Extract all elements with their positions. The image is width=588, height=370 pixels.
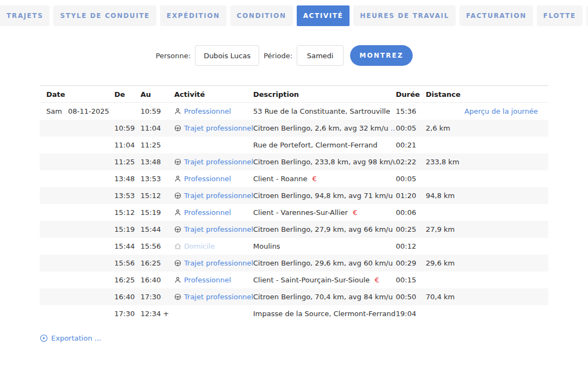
activity-link[interactable]: Professionnel <box>184 208 231 217</box>
activity-link[interactable]: Professionnel <box>184 107 231 115</box>
description-text: Citroen Berlingo, 27,9 km, avg 66 km/u <box>253 225 393 233</box>
cell-from: 16:40 <box>114 293 140 301</box>
cell-from: 15:56 <box>114 259 140 267</box>
cell-day: Sam <box>46 107 68 115</box>
export-label: Exportation ... <box>51 334 101 342</box>
cell-from: 13:53 <box>114 192 140 200</box>
header-date: Date <box>46 90 114 98</box>
euro-badge: € <box>313 175 317 183</box>
activity-link[interactable]: Domicile <box>184 242 215 250</box>
tab-facturation[interactable]: FACTURATION <box>460 5 533 26</box>
cell-duration: 00:15 <box>396 276 426 284</box>
cell-distance: 233,8 km <box>426 158 464 166</box>
show-button[interactable]: MONTREZ <box>350 45 413 66</box>
cell-to: 11:25 <box>140 141 174 149</box>
cell-description: 53 Rue de la Constituante, Sartrouville <box>253 107 396 115</box>
description-more-link[interactable]: ... <box>390 124 396 132</box>
activity-link[interactable]: Trajet professionnel <box>184 225 253 233</box>
header-activity: Activité <box>174 90 253 98</box>
steering-wheel-icon <box>174 260 181 267</box>
table-row: 11:04 11:25 Rue de Portefort, Clermont-F… <box>40 137 548 153</box>
cell-activity: Trajet professionnel <box>174 225 253 233</box>
activity-link[interactable]: Trajet professionnel <box>184 293 253 301</box>
activity-link[interactable]: Trajet professionnel <box>184 259 253 267</box>
description-text: Client - Saint-Pourçain-Sur-Sioule <box>253 276 370 284</box>
cell-duration: 00:21 <box>396 141 426 149</box>
activity-link[interactable]: Trajet professionnel <box>184 124 253 132</box>
cell-to: 13:53 <box>140 175 174 183</box>
activity-link[interactable]: Professionnel <box>184 175 231 183</box>
cell-to: 15:44 <box>140 225 174 233</box>
steering-wheel-icon <box>174 158 181 165</box>
period-label: Période: <box>264 52 292 60</box>
cell-description: Citroen Berlingo, 27,9 km, avg 66 km/u .… <box>253 225 396 233</box>
cell-description: Citroen Berlingo, 94,8 km, avg 71 km/u .… <box>253 192 396 200</box>
description-text: Rue de Portefort, Clermont-Ferrand <box>253 141 377 149</box>
cell-from: 11:04 <box>114 141 140 149</box>
euro-badge: € <box>375 276 379 284</box>
cell-duration: 00:05 <box>396 175 426 183</box>
cell-duration: 01:20 <box>396 192 426 200</box>
cell-activity: Trajet professionnel <box>174 259 253 267</box>
description-text: Client - Varennes-Sur-Allier <box>253 208 348 217</box>
person-icon <box>174 108 181 115</box>
description-text: Citroen Berlingo, 94,8 km, avg 71 km/u <box>253 192 393 200</box>
cell-activity: Trajet professionnel <box>174 124 253 132</box>
steering-wheel-icon <box>174 192 181 199</box>
period-select[interactable]: Samedi <box>297 45 344 66</box>
tab-expedition[interactable]: EXPÉDITION <box>160 5 226 26</box>
cell-duration: 00:25 <box>396 225 426 233</box>
cell-duration: 15:36 <box>396 107 426 115</box>
cell-distance: 29,6 km <box>426 259 464 267</box>
cell-from: 17:30 <box>114 310 140 318</box>
cell-from: 15:12 <box>114 208 140 217</box>
cell-from: 15:19 <box>114 225 140 233</box>
header-to: Au <box>140 90 174 98</box>
export-link[interactable]: Exportation ... <box>40 334 101 342</box>
person-select[interactable]: Dubois Lucas <box>195 45 259 66</box>
tab-condition[interactable]: CONDITION <box>230 5 293 26</box>
table-row: 15:12 15:19 Professionnel Client - Varen… <box>40 204 548 221</box>
description-text: Citroen Berlingo, 29,6 km, avg 60 km/u <box>253 259 393 267</box>
tab-trajets[interactable]: TRAJETS <box>0 5 50 26</box>
person-icon <box>174 209 181 216</box>
tab-flotte[interactable]: FLOTTE <box>537 5 583 26</box>
cell-to: 15:19 <box>140 208 174 217</box>
person-icon <box>174 276 181 283</box>
table-header: Date De Au Activité Description Durée Di… <box>40 86 548 103</box>
tab-style-de-conduite[interactable]: STYLE DE CONDUITE <box>53 5 156 26</box>
activity-link[interactable]: Trajet professionnel <box>184 158 253 166</box>
cell-description: Citroen Berlingo, 2,6 km, avg 32 km/u ..… <box>253 124 396 132</box>
table-row: Sam 08-11-2025 10:59 Professionnel 53 Ru… <box>40 103 548 120</box>
cell-activity: Professionnel <box>174 208 253 217</box>
activity-link[interactable]: Professionnel <box>184 276 231 284</box>
cell-activity: Domicile <box>174 242 253 250</box>
cell-to: 17:30 <box>140 293 174 301</box>
person-icon <box>174 175 181 182</box>
description-text: Impasse de la Source, Clermont-Ferrand <box>253 310 396 318</box>
table-row: 16:25 16:40 Professionnel Client - Saint… <box>40 272 548 288</box>
cell-to: 16:40 <box>140 276 174 284</box>
cell-distance: 70,4 km <box>426 293 464 301</box>
steering-wheel-icon <box>174 226 181 233</box>
euro-badge: € <box>353 208 357 217</box>
steering-wheel-icon <box>174 125 181 132</box>
cell-to: 15:56 <box>140 242 174 250</box>
table-row: 15:56 16:25 Trajet professionnel Citroen… <box>40 255 548 272</box>
description-text: Citroen Berlingo, 2,6 km, avg 32 km/u <box>253 124 388 132</box>
table-row: 10:59 11:04 Trajet professionnel Citroen… <box>40 120 548 137</box>
table-row: 15:19 15:44 Trajet professionnel Citroen… <box>40 221 548 238</box>
table-row: 13:53 15:12 Trajet professionnel Citroen… <box>40 187 548 204</box>
cell-duration: 00:06 <box>396 208 426 217</box>
header-from: De <box>114 90 140 98</box>
day-overview-link[interactable]: Aperçu de la journée <box>464 107 538 115</box>
cell-activity: Professionnel <box>174 107 253 115</box>
tab-activite[interactable]: ACTIVITÉ <box>297 5 350 26</box>
tab-heures-de-travail[interactable]: HEURES DE TRAVAIL <box>353 5 456 26</box>
activity-table: Date De Au Activité Description Durée Di… <box>40 85 548 322</box>
cell-duration: 00:29 <box>396 259 426 267</box>
cell-from: 13:48 <box>114 175 140 183</box>
cell-activity: Trajet professionnel <box>174 158 253 166</box>
activity-link[interactable]: Trajet professionnel <box>184 192 253 200</box>
description-text: 53 Rue de la Constituante, Sartrouville <box>253 107 390 115</box>
